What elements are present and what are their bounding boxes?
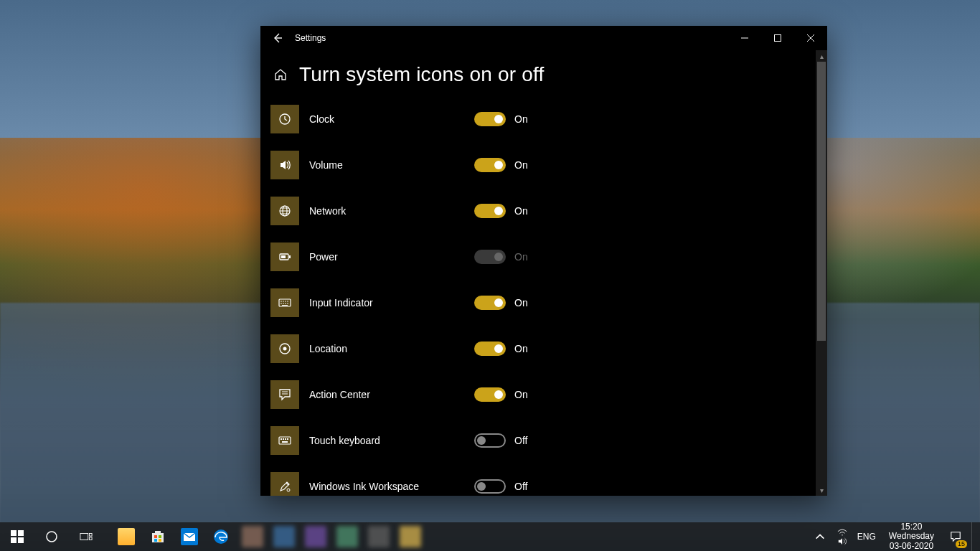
svg-rect-1 — [11, 530, 17, 536]
edge-icon — [212, 528, 230, 545]
taskbar-app-edge[interactable] — [205, 522, 237, 551]
toggle-state-label: On — [514, 297, 528, 309]
tray-action-center[interactable]: 15 — [944, 522, 967, 551]
action-center-icon — [270, 380, 299, 409]
setting-row-power: PowerOn — [270, 241, 806, 273]
toggle-area: On — [474, 250, 528, 264]
toggle-state-label: Off — [514, 481, 527, 492]
taskbar-app-blurred-5[interactable] — [363, 522, 395, 551]
toggle-state-label: On — [514, 251, 528, 263]
setting-row-pen: Windows Ink WorkspaceOff — [270, 471, 806, 496]
setting-row-action-center: Action CenterOn — [270, 379, 806, 410]
toggle-pen[interactable] — [474, 479, 506, 494]
tray-overflow[interactable] — [810, 522, 830, 551]
setting-label: Power — [309, 251, 474, 263]
taskbar-app-blurred-3[interactable] — [300, 522, 331, 551]
tray-date: 03-06-2020 — [889, 542, 934, 551]
chevron-up-icon — [814, 531, 826, 542]
setting-row-keyboard: Input IndicatorOn — [270, 287, 806, 319]
toggle-state-label: Off — [514, 435, 527, 446]
svg-rect-3 — [11, 537, 17, 543]
touch-keyboard-icon — [270, 426, 299, 455]
setting-row-network: NetworkOn — [270, 195, 806, 227]
svg-rect-9 — [152, 533, 164, 542]
network-icon — [270, 197, 299, 225]
toggle-power — [474, 250, 506, 264]
scroll-up-arrow-icon[interactable]: ▴ — [816, 50, 827, 62]
svg-rect-14 — [159, 539, 161, 542]
volume-tray-icon — [837, 537, 847, 545]
taskbar-app-store[interactable] — [142, 522, 174, 551]
window-title: Settings — [295, 33, 326, 43]
taskbar-app-mail[interactable] — [174, 522, 205, 551]
cortana-button[interactable] — [34, 522, 69, 551]
setting-row-touch-keyboard: Touch keyboardOff — [270, 425, 806, 456]
svg-rect-13 — [154, 539, 157, 542]
toggle-area: On — [474, 342, 528, 356]
taskbar-app-blurred-1[interactable] — [237, 522, 268, 551]
notification-badge: 15 — [956, 540, 967, 548]
maximize-icon — [774, 34, 781, 42]
setting-label: Input Indicator — [309, 297, 474, 309]
taskbar-app-blurred-2[interactable] — [268, 522, 300, 551]
titlebar: Settings — [260, 26, 827, 50]
page-title: Turn system icons on or off — [299, 63, 545, 86]
taskbar-app-blurred-6[interactable] — [395, 522, 426, 551]
toggle-touch-keyboard[interactable] — [474, 433, 506, 448]
taskbar-app-blurred-4[interactable] — [331, 522, 363, 551]
setting-label: Volume — [309, 159, 474, 171]
toggle-area: On — [474, 112, 528, 126]
setting-label: Clock — [309, 113, 474, 125]
tray-language[interactable]: ENG — [854, 532, 879, 542]
volume-icon — [270, 151, 299, 179]
scroll-thumb[interactable] — [816, 62, 827, 484]
svg-rect-0 — [775, 35, 781, 42]
svg-rect-10 — [155, 531, 161, 533]
home-icon[interactable] — [273, 67, 288, 82]
svg-point-15 — [214, 529, 228, 544]
toggle-volume[interactable] — [474, 158, 506, 172]
toggle-action-center[interactable] — [474, 387, 506, 402]
back-arrow-icon — [272, 32, 283, 44]
toggle-location[interactable] — [474, 342, 506, 356]
start-button[interactable] — [0, 522, 34, 551]
toggle-clock[interactable] — [474, 112, 506, 126]
setting-row-volume: VolumeOn — [270, 149, 806, 181]
toggle-network[interactable] — [474, 204, 506, 218]
scrollbar[interactable]: ▴ ▾ — [816, 50, 827, 496]
toggle-state-label: On — [514, 389, 528, 400]
windows-logo-icon — [11, 530, 24, 543]
svg-rect-4 — [18, 537, 24, 543]
svg-point-5 — [47, 532, 57, 542]
scroll-down-arrow-icon[interactable]: ▾ — [816, 484, 827, 496]
keyboard-icon — [270, 288, 299, 317]
toggle-state-label: On — [514, 343, 528, 354]
toggle-area: On — [474, 158, 528, 172]
pen-icon — [270, 472, 299, 496]
setting-row-clock: ClockOn — [270, 103, 806, 135]
svg-rect-11 — [154, 535, 157, 538]
back-button[interactable] — [266, 27, 289, 50]
tray-clock[interactable]: 15:20 Wednesday 03-06-2020 — [883, 522, 940, 551]
minimize-button[interactable] — [728, 26, 761, 50]
close-icon — [807, 34, 814, 42]
maximize-button[interactable] — [761, 26, 794, 50]
toggle-keyboard[interactable] — [474, 296, 506, 310]
toggle-state-label: On — [514, 113, 528, 125]
svg-rect-7 — [90, 534, 93, 537]
settings-content: Turn system icons on or off ClockOnVolum… — [260, 50, 816, 496]
svg-rect-8 — [90, 537, 93, 540]
setting-row-location: LocationOn — [270, 333, 806, 364]
taskbar-app-file-explorer[interactable] — [110, 522, 142, 551]
task-view-button[interactable] — [69, 522, 103, 551]
show-desktop-button[interactable] — [971, 522, 976, 551]
toggle-state-label: On — [514, 205, 528, 217]
close-button[interactable] — [794, 26, 827, 50]
toggle-area: On — [474, 387, 528, 402]
setting-label: Location — [309, 343, 474, 354]
toggle-area: Off — [474, 433, 527, 448]
toggle-area: Off — [474, 479, 527, 494]
toggle-state-label: On — [514, 159, 528, 171]
power-icon — [270, 242, 299, 271]
tray-network-volume[interactable] — [834, 529, 850, 545]
